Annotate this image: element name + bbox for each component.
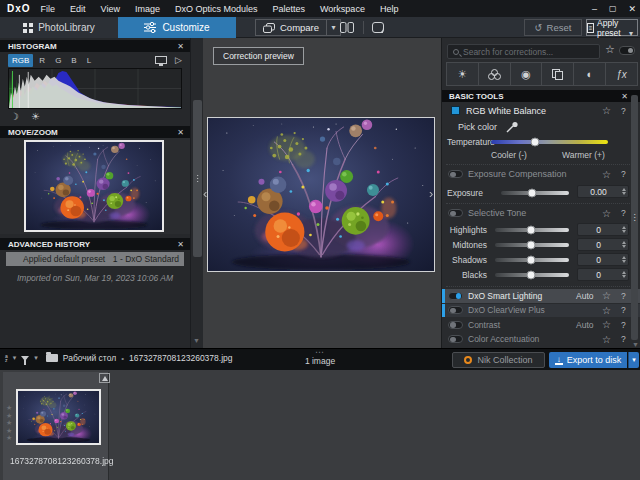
close-icon[interactable]: ✕ <box>177 42 184 51</box>
slider-handle[interactable] <box>526 226 535 235</box>
midtones-value-box[interactable]: 0 <box>577 238 629 251</box>
highlights-slider[interactable] <box>495 228 569 232</box>
smart-lighting-row[interactable]: DxO Smart Lighting Auto ☆ ? <box>442 289 640 303</box>
midtones-slider[interactable] <box>495 243 569 247</box>
help-icon[interactable]: ? <box>621 208 626 218</box>
movezoom-thumbnail[interactable] <box>24 140 164 232</box>
close-icon[interactable]: ✕ <box>621 92 628 101</box>
menu-view[interactable]: View <box>101 4 120 14</box>
search-input[interactable] <box>463 47 583 57</box>
rating-stars[interactable]: ★ ★ ★ ★ ★ <box>6 404 12 442</box>
spinner-down-icon[interactable] <box>622 192 626 195</box>
right-panel-scrollbar[interactable]: ⋮ <box>631 95 638 340</box>
highlights-value-box[interactable]: 0 <box>577 223 629 236</box>
selective-tone-toggle[interactable] <box>448 209 463 217</box>
category-light-button[interactable]: ☀ <box>446 62 479 86</box>
color-accentuation-row[interactable]: Color Accentuation ☆ ? <box>442 333 640 347</box>
reset-button[interactable]: ↺ Reset <box>524 19 582 36</box>
scroll-down-icon[interactable]: ▼ <box>193 337 200 344</box>
monitor-icon[interactable] <box>155 56 167 64</box>
spinner-down-icon[interactable] <box>622 260 626 263</box>
star-icon[interactable]: ☆ <box>602 105 611 116</box>
temperature-slider-handle[interactable] <box>531 138 540 147</box>
next-image-icon[interactable]: › <box>429 186 433 201</box>
star-icon[interactable]: ☆ <box>602 305 611 316</box>
star-icon[interactable]: ☆ <box>602 334 611 345</box>
menu-workspace[interactable]: Workspace <box>320 4 365 14</box>
shadow-clipping-icon[interactable]: ☽ <box>10 111 19 122</box>
help-icon[interactable]: ? <box>621 320 626 330</box>
filmstrip-selected-cell[interactable]: ★ ★ ★ ★ ★ 1673278708123260378.jpg <box>3 372 109 480</box>
history-entry[interactable]: Applied default preset 1 - DxO Standard <box>6 252 184 266</box>
spinner-down-icon[interactable] <box>622 230 626 233</box>
spinner-down-icon[interactable] <box>622 275 626 278</box>
help-icon[interactable]: ? <box>621 106 626 116</box>
category-color-button[interactable] <box>479 62 511 86</box>
menu-palettes[interactable]: Palettes <box>273 4 306 14</box>
menu-help[interactable]: Help <box>380 4 399 14</box>
export-to-disk-button[interactable]: ↓ Export to disk <box>549 352 627 368</box>
smart-lighting-toggle[interactable] <box>448 292 463 300</box>
minimize-icon[interactable]: – <box>592 4 597 14</box>
star-icon[interactable]: ☆ <box>602 208 611 219</box>
nik-collection-button[interactable]: Nik Collection <box>452 352 545 368</box>
main-photo[interactable] <box>207 117 435 272</box>
star-icon[interactable]: ☆ <box>602 319 611 330</box>
clearview-toggle[interactable] <box>448 306 463 314</box>
close-icon[interactable]: ✕ <box>177 128 184 137</box>
exposure-slider-handle[interactable] <box>528 189 537 198</box>
left-panel-scrollbar[interactable]: ⋮ <box>193 100 202 257</box>
slider-handle[interactable] <box>526 241 535 250</box>
spinner-up-icon[interactable] <box>622 241 626 244</box>
menu-dxo-optics-modules[interactable]: DxO Optics Modules <box>175 4 258 14</box>
shadows-slider[interactable] <box>495 258 569 262</box>
channel-l-button[interactable]: L <box>83 54 95 67</box>
spinner-down-icon[interactable] <box>622 245 626 248</box>
active-corrections-toggle[interactable] <box>619 46 635 55</box>
help-icon[interactable]: ? <box>621 305 626 315</box>
star-icon[interactable]: ☆ <box>602 169 611 180</box>
channel-g-button[interactable]: G <box>51 54 65 67</box>
color-accentuation-toggle[interactable] <box>448 335 463 343</box>
compare-button[interactable]: Compare <box>255 19 326 36</box>
star-icon[interactable]: ☆ <box>602 290 611 301</box>
temperature-slider[interactable] <box>491 140 608 144</box>
category-geometry-button[interactable] <box>542 62 574 86</box>
softproof-icon[interactable]: ▷ <box>175 55 182 65</box>
filmstrip-thumbnail[interactable] <box>16 389 101 445</box>
compare-dropdown[interactable]: ▾ <box>326 19 341 36</box>
spinner[interactable] <box>619 226 628 233</box>
overlay-view-button[interactable] <box>372 20 384 35</box>
category-local-button[interactable]: ◐ <box>574 62 606 86</box>
menu-file[interactable]: File <box>41 4 56 14</box>
exposure-slider[interactable] <box>501 191 569 195</box>
tab-photolibrary[interactable]: PhotoLibrary <box>0 17 118 38</box>
eyedropper-icon[interactable] <box>505 121 520 134</box>
help-icon[interactable]: ? <box>621 169 626 179</box>
category-detail-button[interactable]: ◉ <box>511 62 543 86</box>
help-icon[interactable]: ? <box>621 291 626 301</box>
spinner[interactable] <box>619 188 628 195</box>
close-icon[interactable]: ✕ <box>628 4 636 14</box>
spinner-up-icon[interactable] <box>622 256 626 259</box>
exposure-value-box[interactable]: 0.00 <box>577 185 629 198</box>
star-icon[interactable]: ★ <box>6 427 12 435</box>
previous-image-icon[interactable]: ‹ <box>203 186 207 201</box>
white-balance-checkbox[interactable] <box>451 106 460 115</box>
splitview-button[interactable] <box>340 20 354 35</box>
star-icon[interactable]: ★ <box>6 434 12 442</box>
contrast-toggle[interactable] <box>448 321 463 329</box>
spinner-up-icon[interactable] <box>622 271 626 274</box>
star-icon[interactable]: ★ <box>6 412 12 420</box>
star-icon[interactable]: ★ <box>6 404 12 412</box>
favorites-filter-icon[interactable]: ☆ <box>605 43 615 56</box>
channel-r-button[interactable]: R <box>35 54 49 67</box>
help-icon[interactable]: ? <box>621 334 626 344</box>
contrast-row[interactable]: Contrast Auto ☆ ? <box>442 318 640 332</box>
category-fx-button[interactable]: ƒx <box>606 62 638 86</box>
slider-handle[interactable] <box>526 256 535 265</box>
spinner-up-icon[interactable] <box>622 226 626 229</box>
menu-edit[interactable]: Edit <box>70 4 86 14</box>
blacks-slider[interactable] <box>495 273 569 277</box>
close-icon[interactable]: ✕ <box>177 240 184 249</box>
